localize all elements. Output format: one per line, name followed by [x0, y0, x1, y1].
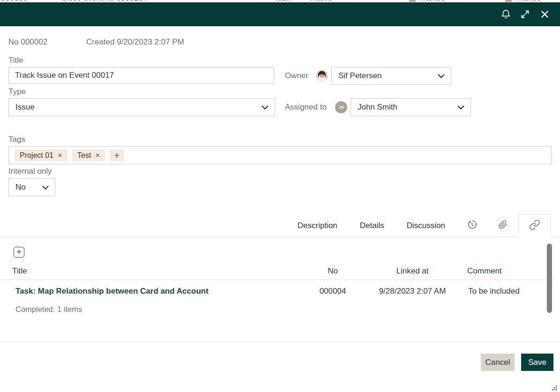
linked-item-status: Completed: 1 items	[15, 305, 82, 314]
owner-select[interactable]: Sif Petersen	[331, 67, 451, 85]
add-linked-item-button[interactable]: +	[14, 247, 24, 258]
column-header-title: Title	[12, 266, 27, 276]
tab-description[interactable]: Description	[286, 214, 349, 237]
column-header-linked-at: Linked at	[363, 266, 462, 276]
remove-tag-icon[interactable]: ×	[58, 151, 62, 159]
tab-details[interactable]: Details	[349, 214, 396, 237]
internal-only-select[interactable]: No	[8, 178, 55, 196]
column-header-no: No	[309, 266, 356, 276]
tag-label: Project 01	[20, 151, 53, 160]
record-number: No 000002	[8, 37, 47, 47]
tab-attachments[interactable]	[487, 214, 518, 237]
linked-item-no: 000004	[309, 287, 356, 296]
title-label: Title	[8, 56, 23, 65]
assigned-to-label: Assigned to	[285, 103, 327, 112]
tag-chip: Test ×	[72, 149, 105, 161]
chevron-down-icon	[261, 103, 269, 112]
type-label: Type	[8, 87, 26, 96]
created-timestamp: Created 9/20/2023 2:07 PM	[86, 37, 184, 47]
expand-icon[interactable]	[519, 8, 531, 21]
owner-avatar	[316, 70, 328, 82]
remove-tag-icon[interactable]: ×	[95, 151, 100, 159]
title-input[interactable]	[8, 67, 274, 84]
chevron-down-icon	[457, 103, 464, 112]
column-header-comment: Comment	[467, 266, 502, 276]
linked-item-linked-at: 9/28/2023 2:07 AM	[363, 287, 462, 296]
tab-history[interactable]	[456, 214, 487, 237]
bg-avatar	[505, 0, 512, 2]
modal-titlebar	[0, 2, 560, 26]
linked-item-title[interactable]: Task: Map Relationship between Card and …	[15, 287, 209, 296]
table-header-divider	[0, 280, 553, 280]
bg-avatar	[409, 0, 416, 2]
tab-discussion[interactable]: Discussion	[396, 214, 456, 237]
tags-label: Tags	[8, 135, 25, 144]
attachment-icon	[498, 220, 508, 231]
tag-chip: Project 01 ×	[15, 149, 67, 161]
close-icon[interactable]	[538, 8, 551, 21]
assignee-avatar: JS	[335, 101, 347, 113]
tab-links[interactable]	[518, 214, 551, 237]
bell-icon[interactable]	[500, 8, 512, 21]
history-icon	[467, 219, 478, 232]
footer-divider	[0, 342, 560, 343]
internal-only-value: No	[15, 183, 26, 192]
link-icon	[529, 219, 540, 232]
internal-only-label: Internal only	[8, 167, 52, 176]
chevron-down-icon	[42, 183, 49, 192]
assigned-to-select[interactable]: John Smith	[351, 98, 471, 116]
tag-label: Test	[77, 151, 91, 160]
tags-container[interactable]: Project 01 × Test × +	[8, 146, 552, 164]
owner-label: Owner	[285, 71, 308, 81]
resize-grip[interactable]	[552, 384, 557, 392]
type-select-value: Issue	[15, 103, 35, 112]
linked-item-comment: To be included	[468, 287, 520, 296]
scrollbar-thumb[interactable]	[547, 244, 552, 313]
add-tag-button[interactable]: +	[110, 149, 124, 161]
section-tabbar: Description Details Discussion	[0, 214, 560, 237]
assigned-to-select-value: John Smith	[358, 103, 397, 112]
issue-editor-modal: 000005 Close event no 0000254 Task Activ…	[0, 0, 560, 392]
owner-select-value: Sif Petersen	[338, 71, 382, 81]
save-button[interactable]: Save	[521, 354, 553, 371]
cancel-button[interactable]: Cancel	[481, 354, 515, 371]
type-select[interactable]: Issue	[8, 98, 275, 116]
chevron-down-icon	[438, 71, 445, 81]
